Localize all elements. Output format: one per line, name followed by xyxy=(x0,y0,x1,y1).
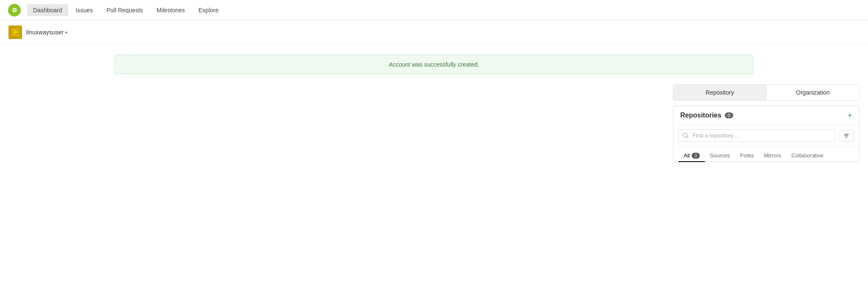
svg-point-5 xyxy=(14,31,17,34)
svg-point-3 xyxy=(11,28,14,31)
svg-point-4 xyxy=(17,28,19,31)
success-banner: Account was successfully created. xyxy=(115,55,753,74)
search-input-wrap xyxy=(679,129,835,142)
repos-title: Repositories 0 xyxy=(680,112,733,119)
site-logo[interactable]: ⚙ xyxy=(7,3,22,18)
svg-point-7 xyxy=(17,34,19,36)
repos-header: Repositories 0 + xyxy=(673,106,859,125)
search-bar xyxy=(673,125,859,146)
tab-repository[interactable]: Repository xyxy=(673,85,766,100)
type-tabs: Repository Organization xyxy=(673,84,860,101)
nav-dashboard[interactable]: Dashboard xyxy=(27,4,68,16)
main-content: Account was successfully created. Reposi… xyxy=(0,45,868,172)
add-repo-button[interactable]: + xyxy=(847,111,852,120)
user-bar: linuxwaysuser ▾ xyxy=(0,20,868,45)
filter-tab-collaborative[interactable]: Collaborative xyxy=(786,150,829,162)
filter-icon xyxy=(843,133,849,139)
repos-count-badge: 0 xyxy=(725,112,733,118)
svg-point-8 xyxy=(14,29,16,31)
search-input[interactable] xyxy=(679,129,835,142)
right-panel: Repository Organization Repositories 0 + xyxy=(673,84,860,162)
filter-tabs: All 0 Sources Forks Mirrors Collaborativ… xyxy=(673,146,859,162)
filter-button[interactable] xyxy=(839,130,854,142)
avatar xyxy=(8,25,22,39)
nav-pull-requests[interactable]: Pull Requests xyxy=(100,4,149,16)
filter-tab-all[interactable]: All 0 xyxy=(679,150,705,162)
svg-text:⚙: ⚙ xyxy=(12,7,17,14)
svg-point-9 xyxy=(14,34,16,36)
filter-tab-forks[interactable]: Forks xyxy=(735,150,759,162)
tab-organization[interactable]: Organization xyxy=(766,85,860,100)
all-count-badge: 0 xyxy=(692,153,699,159)
svg-point-11 xyxy=(17,31,19,33)
filter-tab-sources[interactable]: Sources xyxy=(705,150,735,162)
svg-point-6 xyxy=(11,34,14,36)
nav-issues[interactable]: Issues xyxy=(70,4,99,16)
filter-tab-mirrors[interactable]: Mirrors xyxy=(759,150,786,162)
svg-point-10 xyxy=(12,31,14,33)
nav-milestones[interactable]: Milestones xyxy=(150,4,191,16)
repositories-section: Repositories 0 + xyxy=(673,106,860,162)
user-name-button[interactable]: linuxwaysuser ▾ xyxy=(26,29,67,36)
nav-explore[interactable]: Explore xyxy=(192,4,224,16)
dropdown-caret-icon: ▾ xyxy=(65,30,67,35)
top-nav: ⚙ Dashboard Issues Pull Requests Milesto… xyxy=(0,0,868,20)
